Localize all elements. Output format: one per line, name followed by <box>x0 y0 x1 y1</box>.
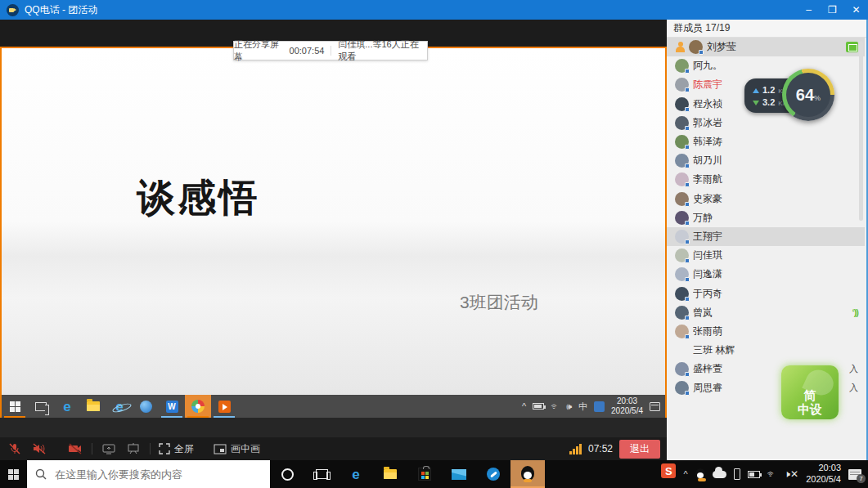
speaker-muted-button[interactable] <box>31 441 47 456</box>
action-center-icon[interactable] <box>650 402 660 411</box>
member-row[interactable]: 李雨航 <box>667 170 865 189</box>
screen-share-button[interactable] <box>101 441 117 456</box>
member-name: 郭冰岩 <box>693 116 858 130</box>
restore-button[interactable]: ❐ <box>821 0 844 20</box>
screen-share-icon <box>846 42 858 52</box>
camera-off-button[interactable] <box>67 441 83 456</box>
input-method-icon[interactable] <box>594 401 605 412</box>
members-scrollbar[interactable] <box>859 41 863 221</box>
fullscreen-button[interactable]: 全屏 <box>159 442 194 456</box>
inner-system-tray: ^ ᯤ 🕪 中 20:03 2020/5/4 <box>522 395 665 418</box>
avatar <box>675 211 689 225</box>
taskbar-search[interactable] <box>27 460 270 488</box>
avatar <box>675 97 689 111</box>
member-row[interactable]: 于丙奇 <box>667 284 865 302</box>
mail-button[interactable] <box>442 460 476 488</box>
mobile-badge-icon <box>685 277 690 282</box>
presenter-icon <box>675 42 686 52</box>
task-view-icon <box>35 402 47 411</box>
member-row[interactable]: 万静 <box>667 208 865 227</box>
slide-subtitle: 3班团活动 <box>460 291 538 314</box>
exit-call-button[interactable]: 退出 <box>619 440 660 459</box>
edge-button[interactable]: e <box>339 460 373 488</box>
cortana-button[interactable] <box>270 460 304 488</box>
inner-edge-button[interactable]: e <box>54 395 80 418</box>
member-row[interactable]: 韩泽涛 <box>667 132 865 151</box>
performance-gauge[interactable]: 64% <box>782 69 834 121</box>
internet-explorer-icon: e <box>115 400 123 414</box>
notification-badge: 7 <box>857 474 866 483</box>
qq-penguin-icon <box>521 466 534 481</box>
member-row[interactable]: 曾岚 ʻ)) <box>667 303 865 322</box>
sogou-input-icon[interactable]: S <box>661 463 676 478</box>
member-name: 史家豪 <box>693 192 858 206</box>
picture-in-picture-button[interactable]: 画中画 <box>214 442 260 456</box>
qq-button[interactable] <box>510 460 545 488</box>
member-row[interactable]: 闫佳琪 <box>667 246 865 265</box>
signal-strength-icon <box>569 444 582 454</box>
inner-browser-button[interactable] <box>133 395 159 418</box>
share-status-text: 正在分享屏幕 <box>234 38 283 63</box>
start-button[interactable] <box>0 460 27 488</box>
taskbar-clock[interactable]: 20:03 2020/5/4 <box>806 463 841 486</box>
member-name: 于丙奇 <box>693 287 858 301</box>
member-status: 入 <box>849 363 858 375</box>
member-name: 张雨萌 <box>693 325 858 338</box>
mail-icon <box>452 469 466 480</box>
action-center-icon[interactable]: 7 <box>848 469 861 480</box>
task-view-button[interactable] <box>304 460 339 488</box>
inner-task-view-button[interactable] <box>28 395 54 418</box>
member-row[interactable]: 阿九。 <box>667 56 865 75</box>
phone-device-icon[interactable] <box>734 468 740 480</box>
member-row[interactable]: 刘梦莹 <box>667 38 865 56</box>
mobile-badge-icon <box>699 50 704 55</box>
network-icon[interactable]: ᯤ <box>551 401 560 411</box>
microphone-muted-button[interactable] <box>7 441 23 456</box>
powerpoint-show-icon <box>218 401 231 413</box>
inner-wps-button[interactable]: W <box>159 395 185 418</box>
green-logo-overlay: 简 中设 <box>781 365 839 419</box>
call-timer: 07:52 <box>588 443 613 454</box>
cloud-icon[interactable] <box>713 471 726 478</box>
close-button[interactable]: ✕ <box>844 0 868 20</box>
member-row[interactable]: 胡乃川 <box>667 151 865 170</box>
edge-icon: e <box>352 468 359 481</box>
search-input[interactable] <box>53 468 241 481</box>
avatar <box>689 40 703 54</box>
member-name: 三班 林辉 <box>693 343 858 357</box>
inner-ie-button[interactable]: e <box>106 395 133 418</box>
logo-text-line1: 简 <box>804 388 816 402</box>
inner-qq-call-button[interactable] <box>185 395 211 418</box>
settings-app-button[interactable] <box>476 460 510 488</box>
logo-text-line2: 中设 <box>798 402 822 416</box>
pip-icon <box>214 444 227 454</box>
volume-icon[interactable]: 🕪 <box>566 401 572 412</box>
member-row[interactable]: 史家豪 <box>667 190 865 208</box>
member-row[interactable]: 郭冰岩 <box>667 114 865 132</box>
whiteboard-button[interactable] <box>125 441 142 456</box>
tray-chevron-icon[interactable]: ^ <box>522 401 526 411</box>
inner-clock[interactable]: 20:03 2020/5/4 <box>611 396 643 416</box>
wifi-icon[interactable]: ᯤ <box>767 468 777 480</box>
mobile-badge-icon <box>685 391 690 396</box>
member-row[interactable]: 张雨萌 <box>667 322 865 341</box>
ime-indicator[interactable]: 中 <box>578 401 587 413</box>
battery-icon[interactable] <box>748 471 760 478</box>
inner-time: 20:03 <box>611 396 643 406</box>
qq-tray-icon[interactable] <box>695 468 705 480</box>
mobile-badge-icon <box>685 126 690 131</box>
member-row[interactable]: 闫逸潇 <box>667 265 865 284</box>
avatar <box>675 306 689 320</box>
inner-start-button[interactable] <box>2 395 28 418</box>
member-row[interactable]: 王翔宇 <box>667 227 865 246</box>
call-control-bar: 全屏 画中画 07:52 退出 <box>0 437 667 460</box>
minimize-button[interactable]: – <box>797 0 821 20</box>
inner-file-explorer-button[interactable] <box>80 395 106 418</box>
divider <box>331 46 331 56</box>
tray-chevron-icon[interactable]: ^ <box>683 469 687 479</box>
store-button[interactable] <box>407 460 442 488</box>
member-row[interactable]: 三班 林辉 <box>667 341 865 360</box>
volume-muted-icon[interactable]: 🕨✕ <box>785 468 799 480</box>
file-explorer-button[interactable] <box>373 460 407 488</box>
inner-powerpoint-button[interactable] <box>211 395 237 418</box>
